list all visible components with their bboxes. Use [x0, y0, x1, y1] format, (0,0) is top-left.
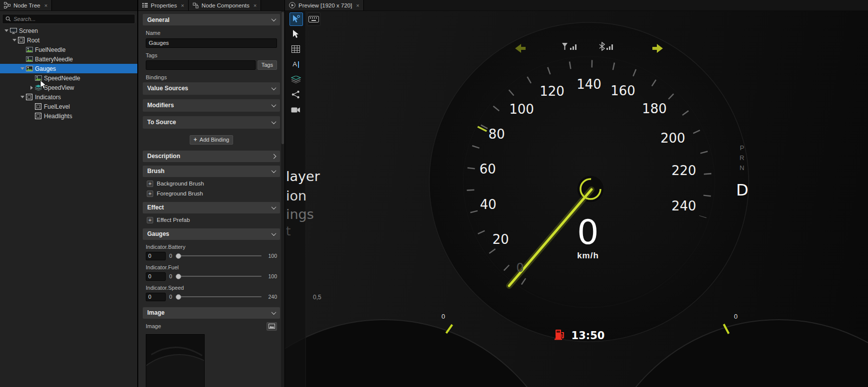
indicator-battery-input[interactable] [146, 252, 166, 260]
indicator-battery-slider[interactable] [176, 255, 262, 256]
tree-item-batteryneedle[interactable]: BatteryNeedle [0, 54, 137, 64]
tree-item-fuellevel[interactable]: FuelLevel [0, 102, 137, 111]
image-thumbnail[interactable] [146, 334, 205, 387]
tab-node-tree[interactable]: Node Tree × [0, 0, 52, 10]
background-text-fragment: t [286, 224, 290, 238]
section-effect[interactable]: Effect [143, 202, 280, 213]
tree-item-gauges[interactable]: Gauges [0, 64, 137, 73]
text-tool-button[interactable]: A [289, 57, 302, 71]
camera-tool-button[interactable] [289, 103, 302, 117]
slider-thumb[interactable] [176, 253, 181, 259]
grid-tool-button[interactable] [289, 42, 302, 56]
interact-cursor-icon [292, 15, 300, 24]
indicator-fuel-input[interactable] [146, 272, 166, 281]
indicator-speed-slider[interactable] [176, 296, 262, 297]
tree-item-root[interactable]: Root [0, 35, 137, 45]
select-tool-button[interactable] [289, 27, 302, 41]
name-field[interactable] [146, 38, 277, 48]
background-text-fragment: ings [286, 206, 314, 222]
keyboard-tool-button[interactable] [307, 12, 320, 26]
search-input[interactable] [13, 16, 132, 22]
close-icon[interactable]: × [356, 2, 359, 8]
chevron-down-icon [272, 85, 277, 90]
preview-panel: Preview [1920 x 720] × [285, 0, 868, 387]
add-background-brush[interactable]: + Background Brush [147, 181, 285, 187]
properties-panel: Properties × Node Components × General N… [138, 0, 285, 387]
left-side-gauge-arc [285, 320, 569, 387]
preview-tabstrip: Preview [1920 x 720] × [285, 0, 868, 11]
node-tree-body: Screen Root FuelNeedle BatteryNeedle [0, 11, 137, 387]
add-effect-prefab[interactable]: + Effect Prefab [147, 217, 285, 223]
add-binding-button[interactable]: + Add Binding [190, 135, 233, 145]
add-foreground-brush[interactable]: + Foreground Brush [147, 191, 285, 197]
binding-group-modifiers[interactable]: Modifiers [143, 99, 280, 112]
fuel-pump-icon [555, 329, 565, 342]
tags-label: Tags [146, 52, 285, 58]
close-icon[interactable]: × [181, 2, 184, 8]
binding-group-value-sources[interactable]: Value Sources [143, 82, 280, 95]
expander-icon[interactable] [3, 29, 10, 32]
layers-icon [35, 85, 44, 91]
tab-properties[interactable]: Properties × [138, 0, 189, 10]
node-tree-panel: Node Tree × Screen Root FuelNeedle [0, 0, 138, 387]
dial-label-120: 120 [540, 84, 565, 99]
right-turn-signal-icon [651, 44, 664, 55]
image-label: Image [146, 323, 161, 329]
tab-node-tree-label: Node Tree [13, 2, 40, 8]
section-general[interactable]: General [143, 14, 280, 25]
preview-canvas[interactable]: A layer ion ings t 0 20 40 [285, 11, 868, 387]
indicator-speed-input[interactable] [146, 293, 166, 301]
tree-item-screen[interactable]: Screen [0, 26, 137, 35]
tab-node-components[interactable]: Node Components × [189, 0, 261, 10]
section-description[interactable]: Description [143, 151, 280, 162]
expander-icon[interactable] [11, 39, 18, 41]
keyboard-icon [308, 16, 319, 22]
search-box[interactable] [2, 14, 135, 24]
tags-button[interactable]: Tags [258, 60, 277, 70]
tree-item-label: BatteryNeedle [35, 56, 73, 63]
connections-tool-button[interactable] [289, 88, 302, 101]
slider-thumb[interactable] [176, 294, 181, 300]
tree-item-label: SpeedNeedle [44, 75, 80, 82]
image-picker-button[interactable] [267, 322, 277, 331]
expander-icon[interactable] [19, 67, 26, 70]
node-tree-icon [4, 2, 10, 8]
tree-item-speedneedle[interactable]: SpeedNeedle [0, 73, 137, 83]
text-tool-icon: A [292, 60, 299, 68]
properties-scrollbar[interactable] [281, 11, 285, 387]
chevron-right-icon [272, 154, 277, 159]
section-image[interactable]: Image [143, 307, 280, 319]
chevron-down-icon [272, 119, 277, 124]
layers-tool-button[interactable] [289, 73, 302, 86]
expander-icon[interactable] [28, 86, 35, 90]
expander-icon[interactable] [19, 96, 26, 98]
slider-thumb[interactable] [176, 274, 181, 279]
scrollbar-thumb[interactable] [282, 12, 284, 144]
tags-field[interactable] [146, 60, 256, 70]
background-text-fragment: layer [286, 169, 320, 184]
interact-tool-button[interactable] [289, 12, 303, 26]
binding-group-to-source[interactable]: To Source [143, 116, 280, 129]
plus-icon: + [147, 217, 153, 223]
tab-preview[interactable]: Preview [1920 x 720] × [285, 0, 364, 10]
tree-item-label: SpeedView [44, 84, 74, 91]
trip-value: 0,5 [313, 294, 321, 301]
grid-icon [291, 45, 300, 53]
left-gauge-zero: 0 [441, 313, 445, 320]
section-brush[interactable]: Brush [143, 166, 280, 177]
tree-item-fuelneedle[interactable]: FuelNeedle [0, 45, 137, 54]
tab-node-components-label: Node Components [202, 2, 250, 8]
chevron-down-icon [272, 231, 277, 236]
indicator-fuel-slider[interactable] [176, 276, 262, 277]
tree-item-speedview[interactable]: SpeedView [0, 83, 137, 92]
tree-item-indicators[interactable]: Indicators [0, 92, 137, 102]
play-icon [289, 2, 295, 8]
name-label: Name [146, 30, 285, 36]
network-signal-icon [562, 42, 579, 53]
close-icon[interactable]: × [44, 2, 47, 8]
close-icon[interactable]: × [254, 2, 257, 8]
tab-preview-label: Preview [1920 x 720] [298, 2, 352, 8]
section-gauges[interactable]: Gauges [143, 228, 280, 240]
tree-item-headlights[interactable]: Headlights [0, 111, 137, 121]
image-icon [26, 47, 35, 52]
